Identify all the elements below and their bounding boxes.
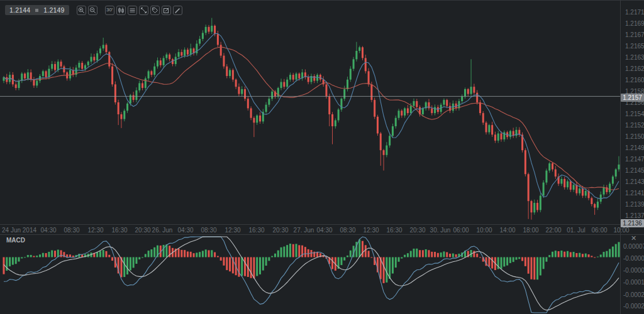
time-axis-label: 20:30 [272,227,288,234]
price-axis-label: 1.2167 [625,31,644,38]
macd-axis-label: -0.00022 [623,291,644,298]
price-axis-label: 1.2139 [625,201,644,208]
price-axis-label: 1.2150 [625,133,644,140]
indicators-list-icon [129,7,136,14]
expand-button[interactable] [139,6,148,15]
pencil-icon [174,7,181,14]
macd-close-icon[interactable]: ✕ [631,235,636,242]
time-axis-label: 22:00 [545,227,561,234]
price-axis-label: 1.2145 [625,167,644,174]
time-axis-label: 12:30 [87,227,103,234]
time-axis-label: 12:30 [225,227,240,234]
time-axis-label: 04:30 [177,227,193,234]
time-axis-label: 06:00 [591,227,607,234]
price-axis-label: 1.2163 [625,54,644,61]
price-axis-label: 1.2165 [625,43,644,50]
expand-icon [140,7,147,14]
time-axis-label: 10:00 [476,227,492,234]
zoom-in-button[interactable] [77,6,86,15]
time-axis-label: 14:00 [499,227,515,234]
time-axis-label: 24 Jun 2014 [2,227,36,234]
last-price-tag: 1.2136 [621,219,644,227]
time-axis-label: 20:30 [135,227,150,234]
macd-axis-label: -0.00008 [623,267,644,274]
time-axis-label: 06:00 [453,227,469,234]
price-line-tag: 1.2157 [621,94,644,102]
timeframe-button[interactable]: 30′ [105,6,114,15]
time-axis-label: 01. Jul [567,227,585,234]
time-axis-label: 08:30 [64,227,79,234]
chart-type-button[interactable] [116,6,126,15]
price-axis-label: 1.2141 [625,190,644,197]
price-axis-label: 1.2160 [625,77,644,84]
tag-icon [152,7,158,14]
spread-indicator-icon [35,9,38,12]
macd-axis-label: -0.00001 [623,255,644,262]
candlestick-chart-icon [118,7,125,14]
time-axis-label: 18:00 [523,227,538,234]
quote-box[interactable]: 1.2144 1.2149 [5,5,69,15]
edit-chart-icon [163,7,170,14]
ask-price: 1.2149 [43,6,64,14]
time-axis-label: 16:30 [386,227,402,234]
edit-button[interactable] [162,6,171,15]
tag-button[interactable] [150,6,160,15]
price-axis-label: 1.2143 [625,178,644,185]
price-axis-label: 1.2154 [625,111,644,117]
price-axis-label: 1.2149 [625,144,644,151]
bid-price: 1.2144 [9,6,30,14]
time-axis-label: 10:00 [613,227,629,234]
macd-axis-label: 0.00007 [623,243,644,250]
zoom-out-button[interactable] [88,6,97,15]
time-axis-label: 04:30 [40,227,56,234]
time-axis-label: 30. Jun [430,227,451,234]
price-axis-label: 1.2137 [625,212,644,219]
macd-indicator-label: MACD [6,237,25,244]
time-axis-label: 08:30 [201,227,216,234]
price-axis-label: 1.2152 [625,122,644,129]
time-axis-label: 04:30 [316,227,332,234]
price-axis-label: 1.2162 [625,65,644,72]
macd-axis-label: -0.00015 [623,279,644,286]
time-axis-label: 20:30 [409,227,425,234]
price-axis-label: 1.2169 [625,20,644,27]
timeframe-label: 30′ [106,8,113,13]
draw-button[interactable] [173,6,182,15]
price-axis-label: 1.2147 [625,156,644,163]
time-axis-label: 26. Jun [152,227,173,234]
price-axis-label: 1.2171 [625,9,644,16]
time-axis-label: 12:30 [363,227,379,234]
time-axis-label: 16:30 [111,227,127,234]
time-axis-label: 27. Jun [294,227,314,234]
time-axis-label: 08:30 [340,227,355,234]
zoom-out-icon [89,7,96,14]
chart-toolbar: 1.2144 1.2149 30′ [5,4,182,16]
trading-chart-window: 1.2144 1.2149 30′ [0,0,644,314]
zoom-in-icon [78,7,85,14]
indicators-button[interactable] [128,6,137,15]
chart-canvas[interactable] [0,0,644,314]
time-axis-label: 16:30 [248,227,264,234]
macd-axis-label: -0.00029 [623,303,644,310]
